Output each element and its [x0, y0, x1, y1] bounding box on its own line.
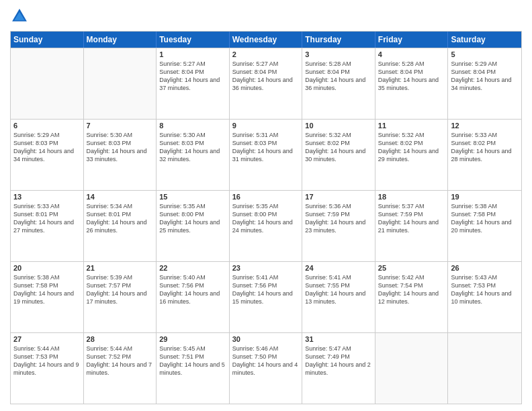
cell-details: Sunrise: 5:35 AMSunset: 8:00 PMDaylight:…: [159, 202, 226, 235]
cell-details: Sunrise: 5:29 AMSunset: 8:03 PMDaylight:…: [13, 131, 81, 164]
page: SundayMondayTuesdayWednesdayThursdayFrid…: [0, 0, 532, 411]
calendar-header: SundayMondayTuesdayWednesdayThursdayFrid…: [11, 32, 521, 48]
cell-details: Sunrise: 5:34 AMSunset: 8:01 PMDaylight:…: [87, 202, 154, 235]
calendar-cell: 18Sunrise: 5:37 AMSunset: 7:59 PMDayligh…: [375, 191, 449, 261]
calendar-cell: 20Sunrise: 5:38 AMSunset: 7:58 PMDayligh…: [11, 262, 84, 332]
day-number: 10: [305, 122, 372, 130]
calendar-week-row: 20Sunrise: 5:38 AMSunset: 7:58 PMDayligh…: [11, 261, 521, 332]
cell-details: Sunrise: 5:36 AMSunset: 7:59 PMDaylight:…: [305, 202, 372, 235]
calendar-cell: 22Sunrise: 5:40 AMSunset: 7:56 PMDayligh…: [157, 262, 230, 332]
calendar-header-day: Wednesday: [230, 32, 303, 48]
day-number: 18: [378, 193, 445, 201]
calendar-cell: 2Sunrise: 5:27 AMSunset: 8:04 PMDaylight…: [230, 48, 303, 119]
cell-details: Sunrise: 5:30 AMSunset: 8:03 PMDaylight:…: [87, 131, 154, 164]
calendar-cell: 13Sunrise: 5:33 AMSunset: 8:01 PMDayligh…: [11, 191, 84, 261]
day-number: 29: [159, 335, 226, 343]
cell-details: Sunrise: 5:27 AMSunset: 8:04 PMDaylight:…: [159, 60, 226, 93]
cell-details: Sunrise: 5:44 AMSunset: 7:53 PMDaylight:…: [13, 345, 81, 377]
day-number: 8: [159, 122, 226, 130]
day-number: 16: [232, 193, 300, 201]
day-number: 5: [451, 50, 519, 58]
day-number: 3: [305, 50, 372, 58]
day-number: 9: [232, 122, 300, 130]
calendar-week-row: 6Sunrise: 5:29 AMSunset: 8:03 PMDaylight…: [11, 119, 521, 190]
calendar-cell: 10Sunrise: 5:32 AMSunset: 8:02 PMDayligh…: [302, 120, 375, 190]
cell-details: Sunrise: 5:28 AMSunset: 8:04 PMDaylight:…: [305, 60, 372, 93]
header: [10, 7, 522, 26]
calendar-header-day: Saturday: [448, 32, 521, 48]
cell-details: Sunrise: 5:45 AMSunset: 7:51 PMDaylight:…: [159, 345, 226, 377]
cell-details: Sunrise: 5:35 AMSunset: 8:00 PMDaylight:…: [232, 202, 300, 235]
calendar-cell: 6Sunrise: 5:29 AMSunset: 8:03 PMDaylight…: [11, 120, 84, 190]
cell-details: Sunrise: 5:30 AMSunset: 8:03 PMDaylight:…: [159, 131, 226, 164]
calendar-cell: 31Sunrise: 5:47 AMSunset: 7:49 PMDayligh…: [302, 333, 375, 404]
calendar-cell: 16Sunrise: 5:35 AMSunset: 8:00 PMDayligh…: [230, 191, 303, 261]
cell-details: Sunrise: 5:41 AMSunset: 7:55 PMDaylight:…: [305, 273, 372, 306]
day-number: 21: [87, 264, 154, 272]
calendar-cell: 23Sunrise: 5:41 AMSunset: 7:56 PMDayligh…: [230, 262, 303, 332]
logo: [10, 7, 32, 26]
cell-details: Sunrise: 5:40 AMSunset: 7:56 PMDaylight:…: [159, 273, 226, 306]
calendar: SundayMondayTuesdayWednesdayThursdayFrid…: [10, 31, 522, 404]
day-number: 23: [232, 264, 300, 272]
day-number: 12: [451, 122, 519, 130]
cell-details: Sunrise: 5:38 AMSunset: 7:58 PMDaylight:…: [451, 202, 519, 235]
cell-details: Sunrise: 5:33 AMSunset: 8:02 PMDaylight:…: [451, 131, 519, 164]
day-number: 11: [378, 122, 445, 130]
day-number: 6: [13, 122, 81, 130]
cell-details: Sunrise: 5:38 AMSunset: 7:58 PMDaylight:…: [13, 273, 81, 306]
calendar-cell: [84, 48, 157, 119]
calendar-cell: 7Sunrise: 5:30 AMSunset: 8:03 PMDaylight…: [84, 120, 157, 190]
cell-details: Sunrise: 5:32 AMSunset: 8:02 PMDaylight:…: [378, 131, 445, 164]
day-number: 24: [305, 264, 372, 272]
calendar-cell: 28Sunrise: 5:44 AMSunset: 7:52 PMDayligh…: [84, 333, 157, 404]
day-number: 25: [378, 264, 445, 272]
day-number: 2: [232, 50, 300, 58]
calendar-cell: 12Sunrise: 5:33 AMSunset: 8:02 PMDayligh…: [448, 120, 521, 190]
day-number: 22: [159, 264, 226, 272]
day-number: 14: [87, 193, 154, 201]
day-number: 17: [305, 193, 372, 201]
cell-details: Sunrise: 5:37 AMSunset: 7:59 PMDaylight:…: [378, 202, 445, 235]
calendar-cell: 1Sunrise: 5:27 AMSunset: 8:04 PMDaylight…: [157, 48, 230, 119]
calendar-cell: 25Sunrise: 5:42 AMSunset: 7:54 PMDayligh…: [375, 262, 449, 332]
day-number: 26: [451, 264, 519, 272]
calendar-cell: [11, 48, 84, 119]
day-number: 4: [378, 50, 445, 58]
calendar-cell: 15Sunrise: 5:35 AMSunset: 8:00 PMDayligh…: [157, 191, 230, 261]
calendar-cell: 3Sunrise: 5:28 AMSunset: 8:04 PMDaylight…: [302, 48, 375, 119]
calendar-cell: 26Sunrise: 5:43 AMSunset: 7:53 PMDayligh…: [448, 262, 521, 332]
cell-details: Sunrise: 5:31 AMSunset: 8:03 PMDaylight:…: [232, 131, 300, 164]
calendar-cell: 30Sunrise: 5:46 AMSunset: 7:50 PMDayligh…: [230, 333, 303, 404]
cell-details: Sunrise: 5:47 AMSunset: 7:49 PMDaylight:…: [305, 345, 372, 377]
cell-details: Sunrise: 5:41 AMSunset: 7:56 PMDaylight:…: [232, 273, 300, 306]
calendar-body: 1Sunrise: 5:27 AMSunset: 8:04 PMDaylight…: [11, 48, 521, 404]
cell-details: Sunrise: 5:29 AMSunset: 8:04 PMDaylight:…: [451, 60, 519, 93]
cell-details: Sunrise: 5:28 AMSunset: 8:04 PMDaylight:…: [378, 60, 445, 93]
day-number: 20: [13, 264, 81, 272]
calendar-week-row: 1Sunrise: 5:27 AMSunset: 8:04 PMDaylight…: [11, 48, 521, 119]
cell-details: Sunrise: 5:44 AMSunset: 7:52 PMDaylight:…: [87, 345, 154, 377]
day-number: 1: [159, 50, 226, 58]
cell-details: Sunrise: 5:43 AMSunset: 7:53 PMDaylight:…: [451, 273, 519, 306]
day-number: 15: [159, 193, 226, 201]
day-number: 19: [451, 193, 519, 201]
calendar-header-day: Friday: [375, 32, 449, 48]
calendar-header-day: Tuesday: [157, 32, 230, 48]
day-number: 31: [305, 335, 372, 343]
calendar-header-day: Monday: [84, 32, 157, 48]
calendar-cell: 14Sunrise: 5:34 AMSunset: 8:01 PMDayligh…: [84, 191, 157, 261]
cell-details: Sunrise: 5:33 AMSunset: 8:01 PMDaylight:…: [13, 202, 81, 235]
day-number: 27: [13, 335, 81, 343]
cell-details: Sunrise: 5:27 AMSunset: 8:04 PMDaylight:…: [232, 60, 300, 93]
calendar-cell: 21Sunrise: 5:39 AMSunset: 7:57 PMDayligh…: [84, 262, 157, 332]
calendar-cell: 11Sunrise: 5:32 AMSunset: 8:02 PMDayligh…: [375, 120, 449, 190]
cell-details: Sunrise: 5:32 AMSunset: 8:02 PMDaylight:…: [305, 131, 372, 164]
day-number: 28: [87, 335, 154, 343]
calendar-cell: 5Sunrise: 5:29 AMSunset: 8:04 PMDaylight…: [448, 48, 521, 119]
calendar-header-day: Sunday: [11, 32, 84, 48]
calendar-week-row: 13Sunrise: 5:33 AMSunset: 8:01 PMDayligh…: [11, 190, 521, 261]
calendar-cell: [448, 333, 521, 404]
calendar-week-row: 27Sunrise: 5:44 AMSunset: 7:53 PMDayligh…: [11, 332, 521, 404]
calendar-cell: [375, 333, 449, 404]
